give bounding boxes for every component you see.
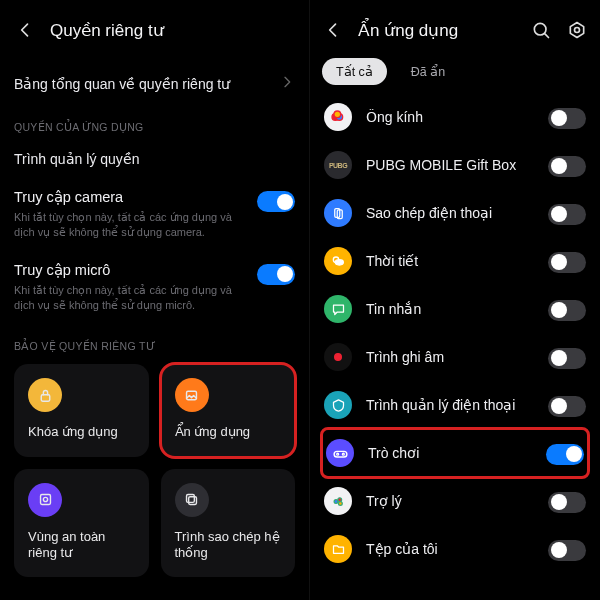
- svg-rect-0: [41, 395, 50, 401]
- app-name: Tệp của tôi: [366, 541, 534, 557]
- app-name: Thời tiết: [366, 253, 534, 269]
- svg-point-18: [336, 453, 338, 455]
- privacy-screen: Quyền riêng tư Bảng tổng quan về quyền r…: [0, 0, 310, 600]
- filter-chips: Tất cả Đã ẩn: [322, 50, 588, 91]
- app-name: PUBG MOBILE Gift Box: [366, 157, 534, 173]
- privacy-overview-row[interactable]: Bảng tổng quan về quyền riêng tư: [14, 62, 295, 105]
- camera-access-sub: Khi tắt tùy chọn này, tất cả các ứng dụn…: [14, 210, 234, 240]
- app-icon: [324, 199, 352, 227]
- app-hide-toggle[interactable]: [548, 204, 586, 225]
- tile-icon: [175, 378, 209, 412]
- micro-access-toggle[interactable]: [257, 264, 295, 285]
- privacy-tile[interactable]: Vùng an toàn riêng tư: [14, 469, 149, 578]
- app-name: Trình ghi âm: [366, 349, 534, 365]
- tile-label: Vùng an toàn riêng tư: [28, 529, 135, 562]
- app-hide-toggle[interactable]: [548, 252, 586, 273]
- settings-icon[interactable]: [566, 19, 588, 41]
- app-name: Trò chơi: [368, 445, 532, 461]
- micro-access-sub: Khi tắt tùy chọn này, tất cả các ứng dụn…: [14, 283, 234, 313]
- svg-point-21: [337, 497, 341, 501]
- privacy-tile[interactable]: Ẩn ứng dụng: [161, 364, 296, 456]
- tile-label: Khóa ứng dụng: [28, 424, 135, 440]
- app-row[interactable]: PUBGPUBG MOBILE Gift Box: [322, 141, 588, 189]
- tile-label: Ẩn ứng dụng: [175, 424, 282, 440]
- app-hide-toggle[interactable]: [548, 492, 586, 513]
- app-icon: [324, 295, 352, 323]
- app-name: Tin nhắn: [366, 301, 534, 317]
- camera-access-toggle[interactable]: [257, 191, 295, 212]
- svg-point-15: [335, 260, 343, 265]
- app-hide-toggle[interactable]: [548, 300, 586, 321]
- privacy-tile[interactable]: Trình sao chép hệ thống: [161, 469, 296, 578]
- back-icon[interactable]: [14, 19, 36, 41]
- chevron-right-icon: [279, 74, 295, 93]
- svg-rect-1: [187, 391, 197, 400]
- tile-icon: [28, 483, 62, 517]
- app-hide-toggle[interactable]: [548, 108, 586, 129]
- svg-point-11: [334, 111, 341, 118]
- tile-label: Trình sao chép hệ thống: [175, 529, 282, 562]
- svg-point-20: [334, 499, 338, 503]
- permission-manager-row[interactable]: Trình quản lý quyền: [14, 139, 295, 179]
- svg-point-8: [575, 28, 580, 33]
- app-icon: [324, 487, 352, 515]
- app-name: Sao chép điện thoại: [366, 205, 534, 221]
- section-security: BẢO MẬT: [14, 595, 295, 600]
- back-icon[interactable]: [322, 19, 344, 41]
- tab-all[interactable]: Tất cả: [322, 58, 387, 85]
- svg-rect-4: [189, 497, 197, 505]
- page-title: Quyền riêng tư: [50, 20, 164, 41]
- app-row[interactable]: Thời tiết: [322, 237, 588, 285]
- app-row[interactable]: Tin nhắn: [322, 285, 588, 333]
- camera-access-title: Truy cập camera: [14, 189, 247, 205]
- svg-point-6: [534, 23, 546, 35]
- svg-point-19: [342, 453, 344, 455]
- tile-icon: [28, 378, 62, 412]
- page-title: Ẩn ứng dụng: [358, 20, 458, 41]
- svg-point-22: [338, 501, 342, 505]
- app-icon: [324, 535, 352, 563]
- app-name: Ống kính: [366, 109, 534, 125]
- hide-apps-screen: Ẩn ứng dụng Tất cả Đã ẩn Ống kínhPUBGPUB…: [310, 0, 600, 600]
- app-icon: [324, 247, 352, 275]
- svg-rect-5: [187, 495, 195, 503]
- app-row[interactable]: Trò chơi: [322, 429, 588, 477]
- app-icon: PUBG: [324, 151, 352, 179]
- app-hide-toggle[interactable]: [548, 348, 586, 369]
- app-icon: [324, 103, 352, 131]
- svg-rect-2: [40, 495, 50, 505]
- app-name: Trình quản lý điện thoại: [366, 397, 534, 413]
- search-icon[interactable]: [530, 19, 552, 41]
- app-icon: [324, 391, 352, 419]
- tile-icon: [175, 483, 209, 517]
- app-name: Trợ lý: [366, 493, 534, 509]
- svg-marker-7: [570, 23, 583, 38]
- app-hide-toggle[interactable]: [548, 540, 586, 561]
- svg-point-16: [335, 354, 342, 361]
- header-right: Ẩn ứng dụng: [322, 10, 588, 50]
- tab-hidden[interactable]: Đã ẩn: [397, 58, 459, 85]
- micro-access-row[interactable]: Truy cập micrô Khi tắt tùy chọn này, tất…: [14, 252, 295, 325]
- app-row[interactable]: Trình quản lý điện thoại: [322, 381, 588, 429]
- app-row[interactable]: Ống kính: [322, 93, 588, 141]
- privacy-tile[interactable]: Khóa ứng dụng: [14, 364, 149, 456]
- app-icon: [324, 343, 352, 371]
- app-hide-toggle[interactable]: [548, 396, 586, 417]
- svg-point-3: [43, 498, 47, 502]
- app-hide-toggle[interactable]: [546, 444, 584, 465]
- app-row[interactable]: Tệp của tôi: [322, 525, 588, 573]
- app-hide-toggle[interactable]: [548, 156, 586, 177]
- header-left: Quyền riêng tư: [14, 10, 295, 50]
- app-row[interactable]: Trình ghi âm: [322, 333, 588, 381]
- micro-access-title: Truy cập micrô: [14, 262, 247, 278]
- app-list: Ống kínhPUBGPUBG MOBILE Gift BoxSao chép…: [322, 93, 588, 573]
- app-row[interactable]: Trợ lý: [322, 477, 588, 525]
- camera-access-row[interactable]: Truy cập camera Khi tắt tùy chọn này, tấ…: [14, 179, 295, 252]
- section-protect-privacy: BẢO VỆ QUYỀN RIÊNG TƯ: [14, 324, 295, 358]
- app-row[interactable]: Sao chép điện thoại: [322, 189, 588, 237]
- permission-manager-label: Trình quản lý quyền: [14, 151, 140, 167]
- app-icon: [326, 439, 354, 467]
- privacy-overview-label: Bảng tổng quan về quyền riêng tư: [14, 76, 230, 92]
- section-app-permissions: QUYỀN CỦA ỨNG DỤNG: [14, 105, 295, 139]
- privacy-tiles: Khóa ứng dụngẨn ứng dụngVùng an toàn riê…: [14, 364, 295, 577]
